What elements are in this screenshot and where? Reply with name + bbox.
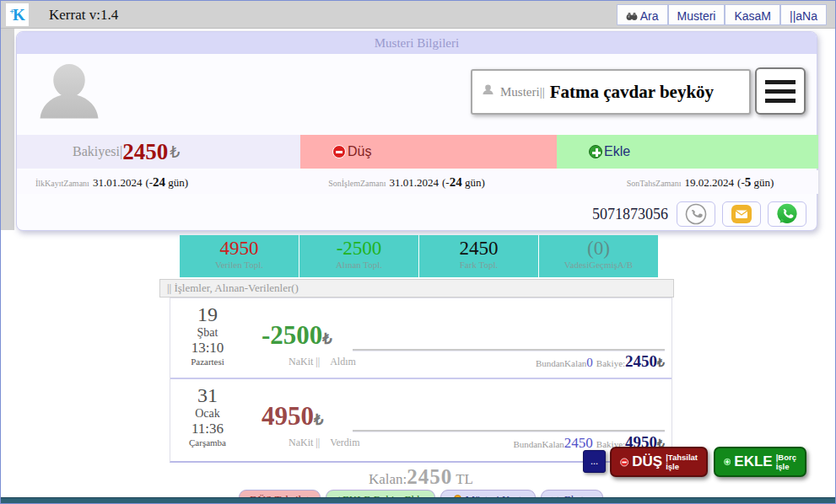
transaction-row[interactable]: 19 Şbat 13:10 Pazartesi -2500₺ NaKit ||A… [170, 298, 671, 379]
mail-button[interactable] [722, 201, 761, 227]
call-button[interactable] [677, 201, 715, 227]
fark-value: 2450 [419, 238, 538, 260]
tx-method: NaKit ||Verdim [289, 437, 359, 449]
app-window: +K Kerrat v:1.4 . Ara Musteri KasaM ||aN… [0, 0, 836, 504]
bottom-status-bar [1, 497, 836, 503]
vadesi-label: VadesiGeçmişA/B [539, 260, 658, 270]
tx-date-block: 31 Ocak 11:36 Çarşamba [170, 384, 245, 448]
mail-icon [731, 204, 752, 224]
ekle-label: Ekle [604, 144, 630, 159]
title-bar: +K Kerrat v:1.4 . Ara Musteri KasaM ||aN… [1, 1, 836, 29]
whatsapp-icon [775, 202, 799, 226]
customer-info-panel: Musteri Bilgileri Musteri|| Fatma çavdar… [16, 31, 817, 231]
ekle-sub-label: |Borç İşle [776, 453, 796, 471]
fark-label: Fark Topl. [419, 260, 538, 270]
no-entry-icon [620, 455, 628, 469]
dus-sub-label: |Tahsilat İşle [666, 453, 698, 471]
dus-label: Düş [348, 144, 371, 159]
phone-row: 5071873056 [17, 199, 818, 229]
summary-fark: 2450 Fark Topl. [419, 235, 538, 277]
first-record-date: İlkKayıtZamanı31.01.2024 (-24 gün) [35, 174, 188, 190]
app-logo: +K [6, 3, 29, 26]
last-collection-label: SonTahsZamanı [627, 179, 682, 188]
tx-weekday: Pazartesi [170, 356, 245, 367]
tx-month: Şbat [170, 325, 245, 340]
avatar [29, 61, 110, 137]
tx-method: NaKit ||Aldım [289, 356, 356, 368]
kasam-nav-button[interactable]: KasaM [725, 4, 780, 25]
app-title: Kerrat v:1.4 [49, 1, 118, 29]
kalan-label: Kalan: [369, 471, 407, 487]
menu-button[interactable] [755, 67, 806, 115]
alinan-label: Alınan Topl. [299, 260, 418, 270]
phone-number: 5071873056 [592, 206, 668, 223]
transactions-list: 19 Şbat 13:10 Pazartesi -2500₺ NaKit ||A… [170, 298, 672, 463]
left-gray-strip [1, 29, 14, 230]
tx-time: 13:10 [170, 340, 245, 356]
summary-alinan: -2500 Alınan Topl. [299, 235, 418, 277]
vadesi-value: (0) [539, 238, 658, 260]
summary-vadesi: (0) VadesiGeçmişA/B [539, 235, 658, 277]
summary-verilen: 4950 Verilen Topl. [180, 235, 299, 277]
hamburger-icon [765, 80, 796, 84]
dates-row: İlkKayıtZamanı31.01.2024 (-24 gün) Sonİş… [17, 170, 818, 194]
search-ara-button[interactable]: Ara [617, 4, 668, 25]
lira-icon: ₺ [322, 330, 332, 347]
plus-circle-icon [724, 454, 731, 469]
balance-label: Bakiyesi| [73, 144, 122, 159]
last-collection-date: SonTahsZamanı19.02.2024 (-5 gün) [627, 174, 774, 190]
tx-divider-line [353, 349, 665, 351]
dus-quick-button[interactable]: Düş [300, 135, 557, 169]
customer-name: Fatma çavdar beyköy [550, 82, 714, 103]
person-icon [481, 84, 495, 100]
no-entry-icon [332, 145, 346, 158]
tx-amount: 4950₺ [262, 401, 323, 432]
musteri-nav-button[interactable]: Musteri [668, 4, 725, 25]
alinan-value: -2500 [299, 238, 418, 260]
ana-nav-button[interactable]: ||aNa [780, 4, 827, 25]
binoculars-search-icon [626, 11, 638, 21]
first-record-value: 31.01.2024 [93, 176, 143, 189]
plus-circle-icon [589, 145, 602, 158]
lira-icon: ₺ [170, 142, 180, 162]
last-transaction-label: SonİşlemZamanı [328, 179, 386, 188]
last-transaction-value: 31.01.2024 [389, 176, 439, 189]
top-nav: Ara Musteri KasaM ||aNa [617, 4, 827, 25]
tx-month: Ocak [170, 406, 245, 421]
tx-weekday: Çarşamba [170, 437, 245, 448]
ekle-borc-button[interactable]: EKLE|Borç İşle [714, 447, 806, 477]
verilen-label: Verilen Topl. [180, 260, 299, 270]
tx-divider-line [353, 430, 665, 432]
verilen-value: 4950 [180, 238, 299, 260]
tx-amount: -2500₺ [262, 320, 332, 351]
ara-label: Ara [640, 9, 659, 23]
balance-row: Bakiyesi| 2450 ₺ Düş Ekle [17, 135, 818, 169]
more-button[interactable]: ... [583, 450, 606, 473]
tx-day: 31 [170, 384, 245, 406]
tx-balance-after: BundanKalan0 Bakiye:2450₺ [536, 352, 665, 371]
kasam-label: KasaM [734, 9, 771, 23]
summary-row: 4950 Verilen Topl. -2500 Alınan Topl. 24… [180, 235, 658, 277]
tx-date-block: 19 Şbat 13:10 Pazartesi [170, 303, 245, 367]
kalan-suffix: TL [452, 471, 473, 487]
tx-day: 19 [170, 303, 245, 325]
lira-icon: ₺ [314, 411, 323, 428]
ekle-main-label: EKLE [734, 453, 772, 470]
first-record-label: İlkKayıtZamanı [35, 179, 89, 188]
dus-tahsilat-button[interactable]: DÜŞ|Tahsilat İşle [610, 447, 708, 477]
musteri-label: Musteri [677, 9, 716, 23]
ana-label: ||aNa [790, 9, 817, 23]
ekle-quick-button[interactable]: Ekle [557, 135, 818, 169]
balance-value: 2450 [122, 139, 168, 165]
last-transaction-date: SonİşlemZamanı31.01.2024 (-24 gün) [328, 174, 485, 190]
whatsapp-button[interactable] [768, 201, 806, 227]
transaction-row[interactable]: 31 Ocak 11:36 Çarşamba 4950₺ NaKit ||Ver… [170, 379, 671, 460]
logo-letter: K [13, 6, 25, 24]
customer-name-box[interactable]: Musteri|| Fatma çavdar beyköy [471, 69, 751, 115]
last-collection-value: 19.02.2024 [685, 176, 735, 189]
balance-cell: Bakiyesi| 2450 ₺ [17, 135, 300, 169]
transactions-header: || İşlemler, Alınan-Verilenler() [159, 279, 674, 298]
tx-time: 11:36 [170, 421, 245, 437]
customer-label: Musteri|| [500, 85, 545, 99]
lira-icon: ₺ [657, 357, 665, 369]
